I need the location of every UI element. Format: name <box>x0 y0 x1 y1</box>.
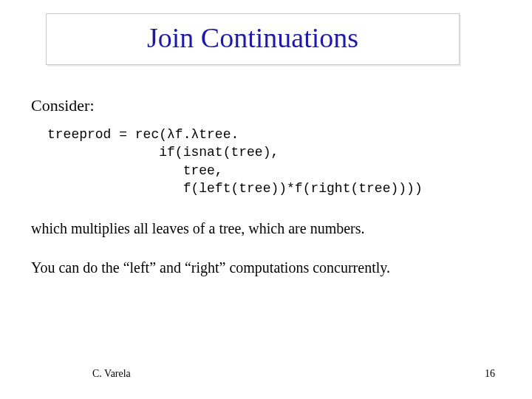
slide: Join Continuations Consider: treeprod = … <box>0 0 532 399</box>
title-box: Join Continuations <box>46 13 460 65</box>
footer-author: C. Varela <box>92 368 131 380</box>
paragraph-2: You can do the “left” and “right” comput… <box>31 259 517 277</box>
slide-body: Consider: treeprod = rec(λf.λtree. if(is… <box>31 96 517 298</box>
consider-label: Consider: <box>31 96 517 115</box>
code-block: treeprod = rec(λf.λtree. if(isnat(tree),… <box>47 126 517 197</box>
slide-title: Join Continuations <box>57 23 449 54</box>
paragraph-1: which multiplies all leaves of a tree, w… <box>31 219 517 238</box>
footer-page-number: 16 <box>485 368 495 380</box>
